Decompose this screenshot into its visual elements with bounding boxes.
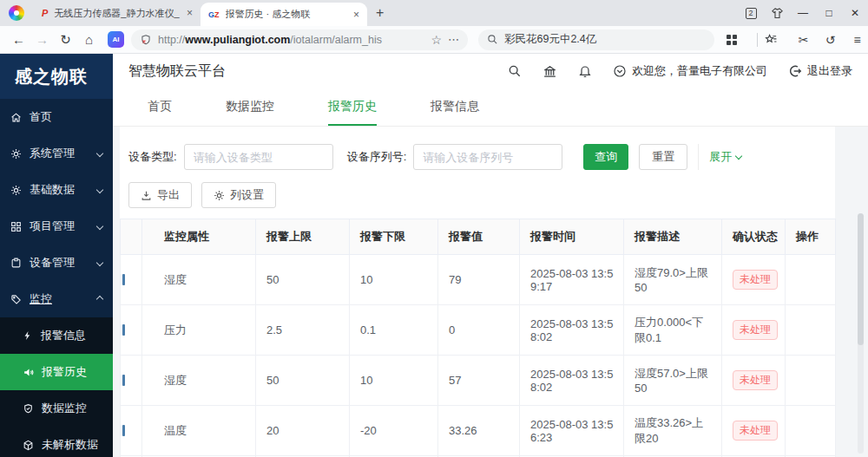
ai-assistant-icon[interactable]: AI: [108, 31, 124, 48]
chevron-down-icon: [96, 150, 103, 157]
search-hotword[interactable]: 彩民花69元中2.4亿: [504, 32, 596, 47]
sidebar-item-monitor[interactable]: 监控: [0, 281, 113, 317]
col-action: 操作: [786, 219, 836, 255]
new-tab-button[interactable]: +: [376, 5, 384, 21]
browser-home-button[interactable]: ⌂: [77, 32, 101, 47]
serial-input[interactable]: [413, 144, 562, 170]
chevron-down-icon: [96, 186, 103, 193]
logout-icon: [788, 64, 802, 78]
maximize-button[interactable]: □: [816, 7, 842, 19]
home-icon: [10, 112, 22, 123]
bookmark-star-icon[interactable]: ☆: [431, 33, 442, 47]
minimize-button[interactable]: —: [790, 7, 816, 19]
action-cell: [786, 255, 836, 305]
url-text[interactable]: http://www.puliangiot.com/iotalarm/alarm…: [158, 34, 424, 46]
browser-search-box[interactable]: 彩民花69元中2.4亿: [478, 29, 714, 50]
filter-bar: 设备类型: 设备序列号: 查询 重置 展开: [128, 144, 835, 170]
reset-button[interactable]: 重置: [639, 144, 687, 170]
browser-tab-1[interactable]: P 无线压力传感器_静力水准仪_ ×: [34, 0, 201, 26]
insecure-shield-icon: [140, 34, 152, 46]
tab-count-badge[interactable]: 2: [738, 8, 764, 19]
search-button[interactable]: 查询: [583, 144, 628, 170]
action-cell: [786, 305, 836, 356]
gear-icon: [10, 185, 22, 196]
column-settings-button[interactable]: 列设置: [201, 182, 276, 208]
action-cell: [786, 406, 836, 456]
sidebar-item-device[interactable]: 设备管理: [0, 245, 113, 281]
tab-alarm-info[interactable]: 报警信息: [431, 88, 479, 126]
browser-tab-2-active[interactable]: GZ 报警历史 · 感之物联 ×: [201, 3, 367, 26]
sidebar-subitem-alarm-info[interactable]: 报警信息: [0, 317, 113, 354]
download-icon: [141, 190, 152, 201]
favorites-list-icon[interactable]: [765, 33, 788, 46]
col-time: 报警时间: [520, 219, 624, 255]
reload-button[interactable]: ↻: [54, 32, 77, 48]
tab-home[interactable]: 首页: [148, 88, 172, 126]
scrollbar-thumb[interactable]: [858, 213, 864, 345]
sidebar-item-home[interactable]: 首页: [0, 99, 113, 135]
alarm-history-table: 监控属性 报警上限 报警下限 报警值 报警时间 报警描述 确认状态 操作: [120, 219, 836, 457]
sidebar-item-system[interactable]: 系统管理: [0, 135, 113, 172]
more-actions-icon[interactable]: ⋯: [448, 33, 459, 46]
address-bar[interactable]: http://www.puliangiot.com/iotalarm/alarm…: [131, 29, 468, 50]
theme-skin-icon[interactable]: [764, 7, 790, 20]
grid-icon: [10, 221, 22, 232]
col-status: 确认状态: [722, 219, 786, 255]
user-circle-chevron-icon: [613, 64, 627, 78]
tab1-close-icon[interactable]: ×: [187, 7, 193, 19]
row-select-cell[interactable]: [121, 356, 142, 406]
organization-bank-icon[interactable]: [542, 64, 557, 79]
col-select: [121, 219, 142, 255]
speaker-icon: [23, 367, 34, 378]
device-frame-icon: [10, 258, 22, 269]
browser-logo-icon[interactable]: [9, 5, 24, 21]
table-row: 湿度 50 10 57 2025-08-03 13:58:02 湿度57.0>上…: [121, 356, 836, 406]
lightning-icon: [23, 330, 33, 341]
col-desc: 报警描述: [624, 219, 722, 255]
back-button[interactable]: ←: [7, 32, 30, 47]
user-welcome[interactable]: 欢迎您，普量电子有限公司: [613, 63, 767, 79]
row-selection-mark: [122, 324, 125, 336]
alarm-history-panel: 设备类型: 设备序列号: 查询 重置 展开 导出: [120, 127, 835, 457]
device-type-input[interactable]: [184, 144, 333, 170]
sidebar-item-basedata[interactable]: 基础数据: [0, 172, 113, 208]
row-selection-mark: [122, 375, 125, 386]
row-select-cell[interactable]: [121, 255, 142, 305]
sidebar-subitem-unparsed-data[interactable]: 未解析数据: [0, 427, 113, 457]
forward-button[interactable]: →: [30, 32, 54, 47]
status-badge: 未处理: [733, 370, 778, 390]
table-actions: 导出 列设置: [128, 182, 835, 208]
tab-alarm-history[interactable]: 报警历史: [328, 88, 377, 126]
tab2-favicon: GZ: [208, 10, 220, 19]
sidebar: 感之物联 首页 系统管理 基础数据 项目管理 设备管理 监控: [0, 54, 113, 457]
page-scrollbar[interactable]: [858, 213, 864, 454]
row-select-cell[interactable]: [121, 406, 142, 456]
chevron-down-icon: [96, 259, 103, 266]
header-search-icon[interactable]: [508, 64, 522, 78]
logout-button[interactable]: 退出登录: [788, 63, 852, 79]
tab-data-monitor[interactable]: 数据监控: [226, 88, 274, 126]
expand-toggle[interactable]: 展开: [698, 144, 741, 170]
apps-grid-icon[interactable]: [727, 35, 750, 45]
row-selection-mark: [122, 274, 125, 285]
sidebar-item-project[interactable]: 项目管理: [0, 208, 113, 245]
col-lower: 报警下限: [350, 219, 438, 255]
action-cell: [786, 356, 836, 406]
notification-bell-icon[interactable]: [578, 64, 592, 78]
gear-icon: [214, 190, 225, 201]
tag-icon: [10, 294, 22, 305]
tab2-close-icon[interactable]: ×: [353, 9, 359, 21]
sidebar-subitem-alarm-history[interactable]: 报警历史: [0, 354, 113, 390]
browser-menu-icon[interactable]: ≡: [845, 33, 868, 47]
export-button[interactable]: 导出: [128, 182, 192, 208]
gear-icon: [10, 148, 22, 160]
table-row: 温度 20 -20 33.26 2025-08-03 13:56:23 温度33…: [121, 406, 836, 456]
row-select-cell[interactable]: [121, 305, 142, 356]
screenshot-scissors-icon[interactable]: ✂: [792, 33, 815, 47]
close-window-button[interactable]: ✕: [842, 7, 868, 19]
undo-history-icon[interactable]: ↺: [819, 33, 842, 47]
chevron-down-icon: [96, 223, 103, 230]
sidebar-subitem-data-monitor[interactable]: 数据监控: [0, 390, 113, 427]
app-header: 智慧物联云平台 欢迎您，普量电子有限公司 退出登录: [113, 54, 868, 88]
table-row: 湿度 50 10 79 2025-08-03 13:59:17 湿度79.0>上…: [121, 255, 836, 305]
